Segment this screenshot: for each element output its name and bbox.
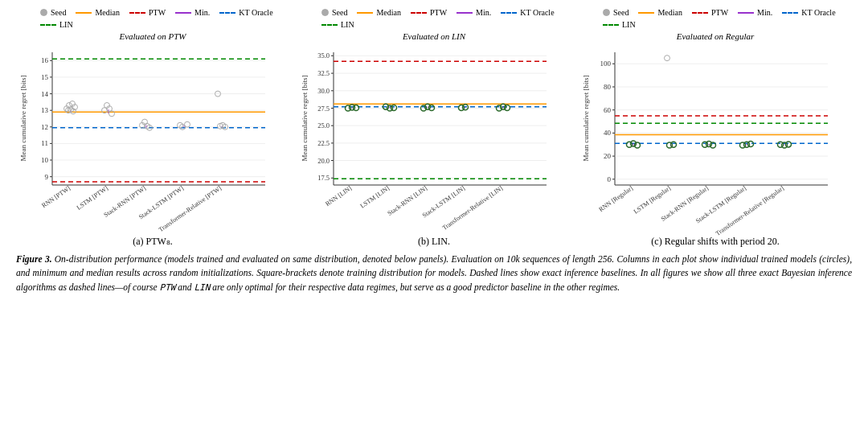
ylabel-a: Mean cumulative regret [bits] xyxy=(19,75,27,161)
chart-svg-b: 17.5 20.0 22.5 25.0 27.5 xyxy=(297,44,555,229)
chart-title-a: Evaluated on PTW xyxy=(119,31,186,41)
min-label-b: Min. xyxy=(476,8,491,17)
ytick-label-16-a: 16 xyxy=(41,56,49,64)
chart-area-a: 9 10 11 12 13 xyxy=(16,44,289,232)
ytick-label-12-a: 12 xyxy=(41,123,48,131)
seed-label-a: Seed xyxy=(51,8,66,17)
caption-text-2: and xyxy=(175,282,194,292)
point-g1-2-b xyxy=(391,105,397,111)
xtick-1-c: LSTM [Regular] xyxy=(633,184,673,216)
ytick-label-60-c: 60 xyxy=(604,106,612,114)
ylabel-c: Mean cumulative regret [bits] xyxy=(582,75,590,161)
ytick-label-10-a: 10 xyxy=(41,156,49,164)
legend-median-a: Median xyxy=(76,8,120,17)
median-label-c: Median xyxy=(657,8,682,17)
ytick-label-100-c: 100 xyxy=(600,60,612,68)
seed-circle-c xyxy=(603,9,610,16)
median-line-c xyxy=(638,12,654,14)
subfig-label-a: (a) PTW₈. xyxy=(133,236,173,248)
min-line-b xyxy=(457,12,473,14)
median-line-b xyxy=(357,12,373,14)
kt-label-a: KT Oracle xyxy=(239,8,272,17)
ptw-label-b: PTW xyxy=(430,8,447,17)
ytick-label-40-c: 40 xyxy=(604,129,612,137)
ytick-label-9-a: 9 xyxy=(45,173,49,181)
min-label-c: Min. xyxy=(757,8,772,17)
kt-line-b xyxy=(501,12,517,14)
ytick-label-30-b: 30.0 xyxy=(317,87,330,95)
ytick-label-35-b: 35.0 xyxy=(317,51,330,60)
figure-num: Figure 3. xyxy=(16,254,52,264)
legend-min-b: Min. xyxy=(457,8,491,17)
subfig-label-b: (b) LIN. xyxy=(418,236,450,248)
legend-ptw-b: PTW xyxy=(411,8,447,17)
seed-label-b: Seed xyxy=(332,8,347,17)
point-g1-outlier-c xyxy=(665,56,670,61)
ptw-label-c: PTW xyxy=(711,8,728,17)
legend-median-c: Median xyxy=(638,8,682,17)
legend-lin-a: LIN xyxy=(40,20,73,29)
chart-svg-a: 9 10 11 12 13 xyxy=(16,44,273,229)
kt-label-b: KT Oracle xyxy=(520,8,554,17)
xtick-4-a: Transformer-Relative [PTW] xyxy=(158,184,223,233)
ytick-label-0-c: 0 xyxy=(608,175,612,183)
kt-label-c: KT Oracle xyxy=(801,8,835,17)
lin-line-b xyxy=(321,24,338,26)
median-label-b: Median xyxy=(376,8,401,17)
main-container: Seed Median PTW Min. KT Oracle xyxy=(16,8,852,294)
chart-area-b: 17.5 20.0 22.5 25.0 27.5 xyxy=(297,44,571,232)
legend-ptw-a: PTW xyxy=(129,8,166,17)
ptw-line-a xyxy=(129,12,145,14)
chart-title-c: Evaluated on Regular xyxy=(677,31,755,41)
point-g3-2-a xyxy=(185,121,190,127)
median-line-a xyxy=(76,12,92,14)
min-line-a xyxy=(175,12,191,14)
lin-label-c: LIN xyxy=(622,20,636,29)
point-g3-2-c xyxy=(748,142,754,147)
legend-b: Seed Median PTW Min. KT Oracle xyxy=(297,8,571,29)
ptw-code: PTW xyxy=(160,282,176,293)
legend-c: Seed Median PTW Min. KT Oracle xyxy=(579,8,852,29)
legend-seed-a: Seed xyxy=(40,8,66,17)
legend-median-b: Median xyxy=(357,8,401,17)
seed-label-c: Seed xyxy=(613,8,628,17)
lin-label-b: LIN xyxy=(341,20,354,29)
point-g1-1-c xyxy=(671,142,677,147)
xtick-0-c: RNN [Regular] xyxy=(597,184,634,213)
ytick-label-13-a: 13 xyxy=(41,106,49,114)
ylabel-b: Mean cumulative regret [bits] xyxy=(301,75,309,161)
ytick-label-15-a: 15 xyxy=(41,73,49,81)
legend-lin-b: LIN xyxy=(321,20,354,29)
ytick-label-175-b: 17.5 xyxy=(317,174,330,182)
figures-row: Seed Median PTW Min. KT Oracle xyxy=(16,8,852,248)
xtick-1-a: LSTM [PTW] xyxy=(76,184,110,212)
ytick-label-80-c: 80 xyxy=(604,83,612,91)
panel-b: Seed Median PTW Min. KT Oracle xyxy=(297,8,571,248)
legend-ktoracle-a: KT Oracle xyxy=(219,8,272,17)
legend-a: Seed Median PTW Min. KT Oracle xyxy=(16,8,289,29)
min-label-a: Min. xyxy=(194,8,210,17)
caption: Figure 3. On-distribution performance (m… xyxy=(16,253,852,294)
xtick-0-b: RNN [LIN] xyxy=(324,184,353,208)
median-label-a: Median xyxy=(95,8,120,17)
ytick-label-14-a: 14 xyxy=(41,90,49,98)
xtick-4-c: Transformer-Relative [Regular] xyxy=(714,184,786,237)
legend-lin-c: LIN xyxy=(603,20,636,29)
panel-c: Seed Median PTW Min. KT Oracle xyxy=(579,8,852,248)
ytick-label-225-b: 22.5 xyxy=(317,139,330,147)
legend-seed-c: Seed xyxy=(603,8,628,17)
lin-line-c xyxy=(603,24,619,26)
legend-seed-b: Seed xyxy=(321,8,347,17)
chart-title-b: Evaluated on LIN xyxy=(403,31,465,41)
legend-min-c: Min. xyxy=(738,8,772,17)
kt-line-a xyxy=(219,12,235,14)
subfig-label-c: (c) Regular shifts with period 20. xyxy=(651,236,779,248)
chart-area-c: 0 20 40 60 80 xyxy=(579,44,852,232)
panel-a: Seed Median PTW Min. KT Oracle xyxy=(16,8,289,248)
figure-label: Figure 3. On-distribution performance (m… xyxy=(16,254,852,292)
lin-line-a xyxy=(40,24,56,26)
ytick-label-20-b: 20.0 xyxy=(317,157,330,165)
ptw-line-c xyxy=(692,12,708,14)
min-line-c xyxy=(738,12,754,14)
legend-min-a: Min. xyxy=(175,8,210,17)
